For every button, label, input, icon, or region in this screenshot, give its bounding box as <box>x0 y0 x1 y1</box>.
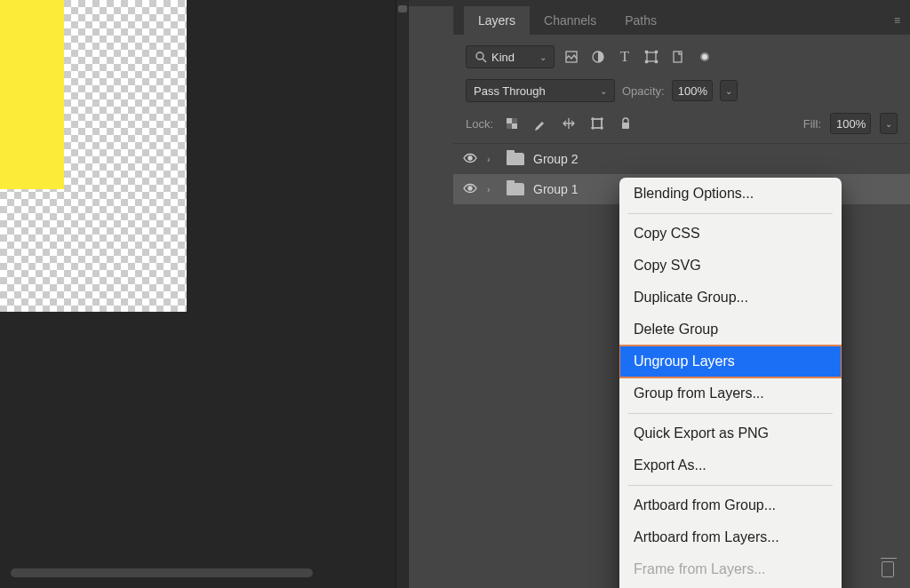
lock-all-icon[interactable] <box>616 114 635 133</box>
svg-rect-4 <box>647 52 656 61</box>
filter-toggle-switch[interactable] <box>700 52 709 61</box>
svg-rect-19 <box>622 123 629 129</box>
opacity-label: Opacity: <box>622 84 665 98</box>
tab-paths[interactable]: Paths <box>611 6 671 35</box>
filter-pixel-icon[interactable] <box>562 47 581 67</box>
menu-group-from-layers[interactable]: Group from Layers... <box>619 377 842 409</box>
menu-delete-group[interactable]: Delete Group <box>619 314 842 346</box>
panel-bottom-icons <box>882 561 894 577</box>
lock-transparency-icon[interactable] <box>502 114 522 133</box>
search-icon <box>474 50 488 64</box>
svg-rect-7 <box>646 61 648 63</box>
svg-rect-11 <box>512 123 517 129</box>
blend-mode-value: Pass Through <box>474 84 546 98</box>
svg-rect-14 <box>593 119 602 128</box>
horizontal-scrollbar[interactable] <box>11 568 313 577</box>
svg-rect-9 <box>674 52 682 62</box>
canvas-document[interactable] <box>0 0 187 312</box>
svg-rect-12 <box>512 118 517 123</box>
menu-ungroup-layers[interactable]: Ungroup Layers <box>619 346 842 377</box>
filter-kind-select[interactable]: Kind ⌄ <box>466 45 555 68</box>
svg-rect-5 <box>646 52 648 53</box>
lock-artboard-icon[interactable] <box>587 114 607 133</box>
filter-kind-label: Kind <box>491 51 515 64</box>
menu-frame-from-layers: Frame from Layers... <box>619 553 842 585</box>
visibility-icon[interactable] <box>462 151 478 168</box>
svg-line-1 <box>483 59 486 62</box>
folder-icon <box>507 153 524 165</box>
chevron-down-icon: ⌄ <box>539 52 547 62</box>
blend-opacity-row: Pass Through ⌄ Opacity: 100% ⌄ <box>453 74 910 107</box>
layer-name: Group 2 <box>533 152 579 166</box>
menu-duplicate-group[interactable]: Duplicate Group... <box>619 282 842 314</box>
menu-quick-export-png[interactable]: Quick Export as PNG <box>619 417 842 449</box>
filter-type-icon[interactable]: T <box>615 47 635 67</box>
panel-divider[interactable] <box>395 0 408 588</box>
panel-menu-icon[interactable]: ≡ <box>894 14 910 27</box>
canvas-area[interactable] <box>0 0 395 588</box>
svg-rect-13 <box>507 123 512 129</box>
svg-rect-8 <box>656 61 658 63</box>
panel-tabs: Layers Channels Paths ≡ <box>453 6 910 35</box>
fill-input[interactable]: 100% <box>830 113 871 134</box>
svg-point-20 <box>468 156 472 160</box>
chevron-down-icon: ⌄ <box>600 86 607 96</box>
lock-label: Lock: <box>466 117 493 131</box>
tab-channels[interactable]: Channels <box>530 6 611 35</box>
layer-context-menu: Blending Options... Copy CSS Copy SVG Du… <box>619 178 842 588</box>
menu-copy-svg[interactable]: Copy SVG <box>619 250 842 282</box>
fill-stepper[interactable]: ⌄ <box>880 113 898 134</box>
tab-layers[interactable]: Layers <box>464 6 530 35</box>
menu-blending-options[interactable]: Blending Options... <box>619 178 842 210</box>
filter-adjustment-icon[interactable] <box>588 47 608 67</box>
svg-point-0 <box>476 52 483 60</box>
fill-label: Fill: <box>803 117 821 131</box>
svg-point-21 <box>468 187 472 190</box>
filter-smartobject-icon[interactable] <box>668 47 688 67</box>
menu-export-as[interactable]: Export As... <box>619 449 842 481</box>
svg-rect-10 <box>507 118 512 123</box>
lock-row: Lock: Fill: 100% ⌄ <box>453 107 910 144</box>
svg-rect-6 <box>656 52 658 53</box>
lock-position-icon[interactable] <box>559 114 579 133</box>
expand-icon[interactable]: › <box>487 154 498 164</box>
filter-shape-icon[interactable] <box>642 47 661 67</box>
layer-name: Group 1 <box>533 182 579 196</box>
expand-icon[interactable]: › <box>487 184 498 195</box>
trash-icon[interactable] <box>882 561 894 577</box>
menu-artboard-from-layers[interactable]: Artboard from Layers... <box>619 521 842 553</box>
layer-row[interactable]: › Group 2 <box>453 144 910 174</box>
blend-mode-select[interactable]: Pass Through ⌄ <box>466 79 615 102</box>
opacity-stepper[interactable]: ⌄ <box>720 80 738 101</box>
menu-artboard-from-group[interactable]: Artboard from Group... <box>619 489 842 521</box>
folder-icon <box>507 183 524 195</box>
visibility-icon[interactable] <box>462 181 478 198</box>
layer-filter-row: Kind ⌄ T <box>453 35 910 74</box>
menu-copy-css[interactable]: Copy CSS <box>619 218 842 250</box>
lock-pixels-icon[interactable] <box>531 114 550 133</box>
opacity-input[interactable]: 100% <box>672 80 713 101</box>
yellow-layer-shape[interactable] <box>0 0 64 189</box>
